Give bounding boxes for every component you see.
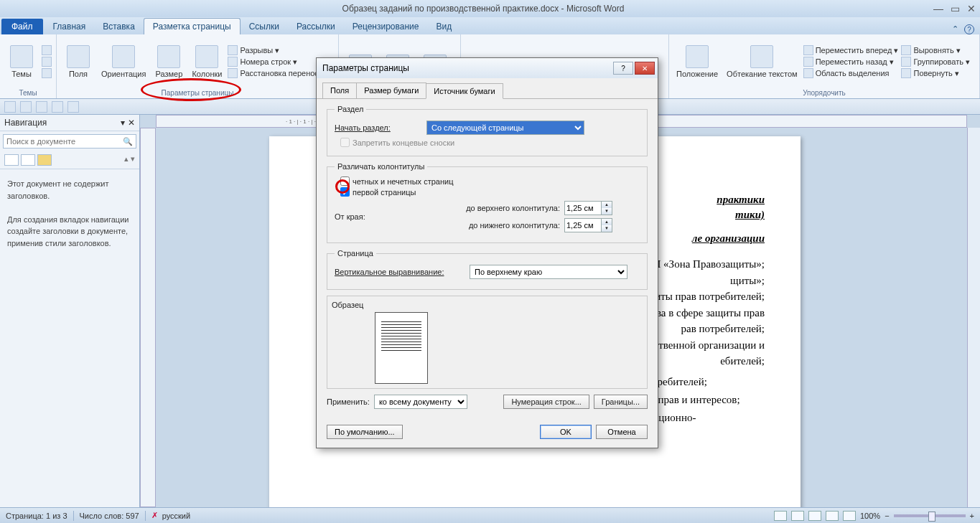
tab-home[interactable]: Главная <box>45 19 95 34</box>
nav-prev-icon[interactable]: ▴ <box>124 154 129 166</box>
nav-tab-results[interactable] <box>37 154 52 166</box>
view-draft[interactable] <box>843 511 856 521</box>
first-page-checkbox[interactable] <box>340 187 350 197</box>
selection-pane-button[interactable]: Область выделения <box>803 68 899 78</box>
proofing-icon[interactable]: ✗ <box>151 511 158 520</box>
header-spinner[interactable]: ▲▼ <box>602 201 612 215</box>
dialog-titlebar[interactable]: Параметры страницы ? ✕ <box>317 58 658 78</box>
redo-icon[interactable] <box>36 101 47 113</box>
restore-icon[interactable]: ▭ <box>951 3 960 14</box>
dialog-tab-paper[interactable]: Размер бумаги <box>356 83 426 98</box>
cancel-button[interactable]: Отмена <box>596 425 648 439</box>
nav-tab-pages[interactable] <box>21 154 35 166</box>
tab-view[interactable]: Вид <box>427 19 460 34</box>
minimize-icon[interactable]: — <box>933 3 943 14</box>
size-button[interactable]: Размер <box>151 44 186 80</box>
undo-icon[interactable] <box>20 101 32 113</box>
tab-insert[interactable]: Вставка <box>94 19 144 34</box>
search-icon[interactable]: 🔍 <box>120 135 136 148</box>
line-numbers-button-dlg[interactable]: Нумерация строк... <box>503 395 589 409</box>
footer-distance-input[interactable] <box>564 218 602 232</box>
qat-icon-4[interactable] <box>52 101 63 113</box>
vertical-scrollbar[interactable] <box>967 128 980 507</box>
linenum-icon <box>228 57 238 67</box>
size-icon <box>157 45 180 68</box>
minimize-ribbon-icon[interactable]: ⌃ <box>952 24 958 34</box>
align-button[interactable]: Выровнять ▾ <box>901 45 970 55</box>
tab-page-layout[interactable]: Разметка страницы <box>144 18 241 34</box>
rotate-button[interactable]: Повернуть ▾ <box>901 68 970 78</box>
status-page[interactable]: Страница: 1 из 3 <box>6 512 67 520</box>
headers-fieldset: Различать колонтитулы четных и нечетных … <box>327 162 648 243</box>
nav-close-icon[interactable]: ✕ <box>128 118 135 128</box>
align-icon <box>901 45 911 55</box>
bring-forward-button[interactable]: Переместить вперед ▾ <box>803 45 899 55</box>
status-language[interactable]: русский <box>162 512 190 520</box>
view-print-layout[interactable] <box>774 511 787 521</box>
footer-spinner[interactable]: ▲▼ <box>602 218 612 232</box>
dialog-close-icon[interactable]: ✕ <box>635 62 655 75</box>
view-web-layout[interactable] <box>808 511 821 521</box>
nav-dropdown-icon[interactable]: ▾ <box>121 118 125 128</box>
dialog-help-icon[interactable]: ? <box>613 62 633 75</box>
effects-icon[interactable] <box>42 68 52 78</box>
fonts-icon[interactable] <box>42 57 52 67</box>
borders-button-dlg[interactable]: Границы... <box>594 395 648 409</box>
apply-to-label: Применить: <box>327 397 370 406</box>
zoom-in-icon[interactable]: + <box>970 512 974 520</box>
position-button[interactable]: Положение <box>673 44 721 80</box>
status-words[interactable]: Число слов: 597 <box>80 512 139 520</box>
odd-even-checkbox[interactable] <box>340 176 350 186</box>
apply-to-select[interactable]: ко всему документу <box>374 395 467 409</box>
help-icon[interactable]: ? <box>964 24 974 34</box>
first-page-label: первой страницы <box>353 188 416 197</box>
dialog-tab-layout[interactable]: Источник бумаги <box>426 83 503 99</box>
selection-icon <box>803 68 813 78</box>
columns-button[interactable]: Колонки <box>189 44 225 80</box>
margins-button[interactable]: Поля <box>61 44 95 80</box>
document-title: Образец заданий по производственной прак… <box>33 4 933 14</box>
margins-icon <box>67 45 90 68</box>
themes-button[interactable]: Темы <box>4 44 39 80</box>
header-distance-input[interactable] <box>564 201 602 215</box>
dialog-footer: По умолчанию... OK Отмена <box>317 419 658 448</box>
group-button[interactable]: Группировать ▾ <box>901 57 970 67</box>
group-arrange-label: Упорядочить <box>673 88 975 98</box>
columns-icon <box>195 45 218 68</box>
forward-icon <box>803 45 813 55</box>
section-start-label: Начать раздел: <box>335 123 421 132</box>
section-start-select[interactable]: Со следующей страницы <box>426 121 584 135</box>
dialog-tab-margins[interactable]: Поля <box>322 83 357 98</box>
wrap-icon <box>750 45 773 68</box>
zoom-slider[interactable] <box>894 514 966 517</box>
tab-mailings[interactable]: Рассылки <box>288 19 344 34</box>
colors-icon[interactable] <box>42 45 52 55</box>
send-backward-button[interactable]: Переместить назад ▾ <box>803 57 899 67</box>
default-button[interactable]: По умолчанию... <box>327 425 403 439</box>
view-outline[interactable] <box>826 511 839 521</box>
nav-next-icon[interactable]: ▾ <box>131 154 135 166</box>
group-arrange: Положение Обтекание текстом Переместить … <box>669 34 980 98</box>
ok-button[interactable]: OK <box>540 425 592 439</box>
columns-label: Колонки <box>192 70 222 78</box>
tab-references[interactable]: Ссылки <box>241 19 288 34</box>
breaks-button[interactable]: Разрывы ▾ <box>228 45 334 55</box>
status-bar: Страница: 1 из 3 Число слов: 597 ✗ русск… <box>0 507 980 523</box>
footer-distance-label: до нижнего колонтитула: <box>452 221 560 230</box>
view-full-screen[interactable] <box>791 511 804 521</box>
save-icon[interactable] <box>4 101 16 113</box>
orientation-button[interactable]: Ориентация <box>98 44 149 80</box>
nav-tab-headings[interactable] <box>4 154 19 166</box>
navigation-pane: Навигация ▾✕ 🔍 ▴ ▾ Этот документ не соде… <box>0 115 140 507</box>
valign-select[interactable]: По верхнему краю <box>470 265 627 279</box>
vertical-ruler[interactable] <box>140 128 156 507</box>
search-input[interactable] <box>4 135 120 148</box>
tab-review[interactable]: Рецензирование <box>344 19 428 34</box>
orientation-label: Ориентация <box>101 70 146 78</box>
close-icon[interactable]: ✕ <box>967 3 976 14</box>
tab-file[interactable]: Файл <box>1 19 43 34</box>
wrap-text-button[interactable]: Обтекание текстом <box>724 44 801 80</box>
qat-icon-5[interactable] <box>67 101 79 113</box>
status-zoom[interactable]: 100% <box>860 512 880 520</box>
zoom-out-icon[interactable]: − <box>885 512 889 520</box>
